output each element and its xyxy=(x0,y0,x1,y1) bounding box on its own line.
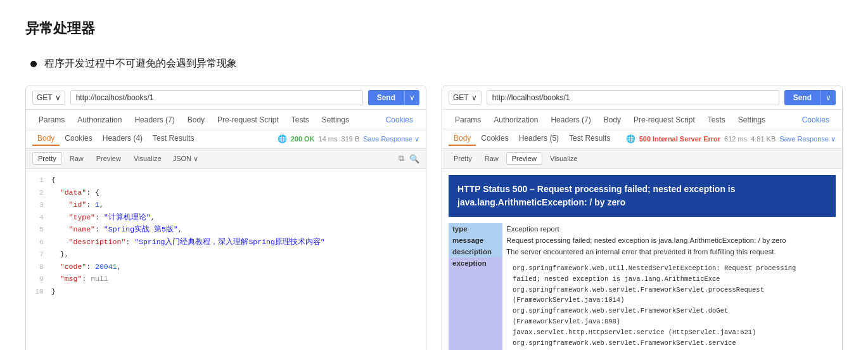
left-tab-headers[interactable]: Headers (7) xyxy=(128,112,181,129)
left-sec-tab-cookies[interactable]: Cookies xyxy=(60,132,97,146)
left-cookies-link[interactable]: Cookies xyxy=(380,112,419,129)
right-fmt-pretty[interactable]: Pretty xyxy=(449,153,477,164)
left-copy-icon[interactable]: ⧉ xyxy=(399,153,404,164)
right-method-caret: ∨ xyxy=(471,93,477,102)
error-exc-row: exception org.springframework.web.util.N… xyxy=(449,257,836,350)
left-tab-body[interactable]: Body xyxy=(181,112,211,129)
left-fmt-visualize[interactable]: Visualize xyxy=(129,153,167,164)
left-panel: GET ∨ http://localhost/books/1 Send ∨ Pa… xyxy=(25,86,426,350)
right-primary-nav: Params Authorization Headers (7) Body Pr… xyxy=(442,110,842,129)
right-error-preview: HTTP Status 500 – Request processing fai… xyxy=(442,169,842,350)
right-tab-headers[interactable]: Headers (7) xyxy=(544,112,597,129)
left-format-icons: ⧉ 🔍 xyxy=(399,153,419,164)
right-format-bar: Pretty Raw Preview Visualize xyxy=(442,149,842,169)
left-method-caret: ∨ xyxy=(55,93,61,102)
right-panel: GET ∨ http://localhost/books/1 Send ∨ Pa… xyxy=(442,86,843,350)
right-tab-settings[interactable]: Settings xyxy=(732,112,772,129)
error-header-text: HTTP Status 500 – Request processing fai… xyxy=(449,175,836,217)
right-tab-prerequest[interactable]: Pre-request Script xyxy=(627,112,701,129)
left-primary-nav: Params Authorization Headers (7) Body Pr… xyxy=(26,110,426,129)
error-msg-val: Request processing failed; nested except… xyxy=(502,235,836,246)
code-line-1: 1 { xyxy=(32,174,419,186)
left-sec-tab-body[interactable]: Body xyxy=(32,132,60,146)
error-type-label: type xyxy=(449,223,502,235)
right-tab-params[interactable]: Params xyxy=(449,112,487,129)
left-search-icon[interactable]: 🔍 xyxy=(409,154,419,164)
code-line-10: 10 } xyxy=(32,285,419,298)
left-tab-prerequest[interactable]: Pre-request Script xyxy=(211,112,285,129)
right-sec-tab-headers[interactable]: Headers (5) xyxy=(514,132,564,146)
right-fmt-visualize[interactable]: Visualize xyxy=(545,153,583,164)
right-fmt-preview[interactable]: Preview xyxy=(506,152,542,165)
left-tab-params[interactable]: Params xyxy=(32,112,71,129)
error-exc-label: exception xyxy=(449,257,502,350)
stack-line-4: javax.servlet.http.HttpServlet.service (… xyxy=(513,327,826,338)
right-url-input[interactable]: http://localhost/books/1 xyxy=(487,90,779,105)
right-tab-tests[interactable]: Tests xyxy=(701,112,732,129)
left-save-response[interactable]: Save Response ∨ xyxy=(363,135,419,143)
error-desc-row: description The server encountered an in… xyxy=(449,246,836,257)
right-sec-tab-testresults[interactable]: Test Results xyxy=(564,132,615,146)
right-send-dropdown[interactable]: ∨ xyxy=(820,90,836,105)
panels-container: GET ∨ http://localhost/books/1 Send ∨ Pa… xyxy=(25,86,843,350)
right-method-select[interactable]: GET ∨ xyxy=(449,91,482,105)
left-secondary-nav: Body Cookies Headers (4) Test Results 🌐 … xyxy=(26,129,426,149)
error-type-row: type Exception report xyxy=(449,223,836,235)
stack-line-5: org.springframework.web.servlet.Framewor… xyxy=(513,338,826,350)
stack-line-2: org.springframework.web.servlet.Framewor… xyxy=(513,285,826,306)
right-sec-tab-body[interactable]: Body xyxy=(449,132,476,146)
left-tab-settings[interactable]: Settings xyxy=(316,112,355,129)
right-fmt-raw[interactable]: Raw xyxy=(480,153,504,164)
left-sec-tab-testresults[interactable]: Test Results xyxy=(148,132,199,146)
right-save-response[interactable]: Save Response ∨ xyxy=(779,135,836,143)
left-format-bar: Pretty Raw Preview Visualize JSON ∨ ⧉ 🔍 xyxy=(26,149,426,169)
left-status-info: 🌐 200 OK 14 ms 319 B Save Response ∨ xyxy=(278,134,419,143)
left-fmt-pretty[interactable]: Pretty xyxy=(32,152,62,165)
left-method-label: GET xyxy=(37,93,53,102)
right-sec-tab-cookies[interactable]: Cookies xyxy=(476,132,513,146)
code-line-6: 6 "description": "Spring入门经典教程，深入理解Sprin… xyxy=(32,236,419,249)
error-stack-container: org.springframework.web.util.NestedServl… xyxy=(502,257,836,350)
stack-line-1: org.springframework.web.util.NestedServl… xyxy=(513,263,826,285)
code-line-5: 5 "name": "Spring实战 第5版", xyxy=(32,223,419,236)
code-line-4: 4 "type": "计算机理论", xyxy=(32,211,419,224)
code-line-3: 3 "id": 1, xyxy=(32,198,419,211)
left-url-input[interactable]: http://localhost/books/1 xyxy=(70,90,363,105)
right-method-label: GET xyxy=(453,93,469,102)
right-tab-authorization[interactable]: Authorization xyxy=(487,112,544,129)
left-send-group: Send ∨ xyxy=(368,90,419,105)
error-details-table: type Exception report message Request pr… xyxy=(449,223,836,350)
right-status-info: 🌐 500 Internal Server Error 612 ms 4.81 … xyxy=(626,134,836,143)
left-tab-tests[interactable]: Tests xyxy=(285,112,316,129)
left-status-time: 14 ms xyxy=(319,135,338,143)
error-desc-label: description xyxy=(449,246,502,257)
left-json-select[interactable]: JSON ∨ xyxy=(169,153,202,164)
left-status-size: 319 B xyxy=(341,135,360,143)
error-msg-row: message Request processing failed; neste… xyxy=(449,235,836,246)
error-stack-text: org.springframework.web.util.NestedServl… xyxy=(506,259,832,350)
right-status-err: 500 Internal Server Error xyxy=(639,135,720,143)
left-status-ok: 200 OK xyxy=(291,135,315,143)
subtitle-text: 程序开发过程中不可避免的会遇到异常现象 xyxy=(44,57,237,70)
right-globe-icon: 🌐 xyxy=(626,134,635,143)
left-sec-tab-headers[interactable]: Headers (4) xyxy=(98,132,148,146)
code-line-7: 7 }, xyxy=(32,248,419,261)
left-send-button[interactable]: Send xyxy=(368,90,404,105)
left-fmt-preview[interactable]: Preview xyxy=(91,153,126,164)
right-send-button[interactable]: Send xyxy=(784,90,820,105)
right-send-group: Send ∨ xyxy=(784,90,836,105)
right-status-time: 612 ms xyxy=(724,135,747,143)
code-line-8: 8 "code": 20041, xyxy=(32,261,419,273)
left-tab-authorization[interactable]: Authorization xyxy=(71,112,128,129)
left-send-dropdown[interactable]: ∨ xyxy=(404,90,419,105)
right-tab-body[interactable]: Body xyxy=(597,112,627,129)
left-fmt-raw[interactable]: Raw xyxy=(65,153,89,164)
bullet-icon xyxy=(30,61,37,67)
left-method-select[interactable]: GET ∨ xyxy=(32,91,65,105)
page-title: 异常处理器 xyxy=(25,19,843,38)
code-line-9: 9 "msg": null xyxy=(32,273,419,285)
right-cookies-link[interactable]: Cookies xyxy=(796,112,836,129)
left-code-area: 1 { 2 "data": { 3 "id": 1, 4 "type": "计算… xyxy=(26,169,426,302)
error-type-val: Exception report xyxy=(502,223,836,235)
code-line-2: 2 "data": { xyxy=(32,186,419,199)
